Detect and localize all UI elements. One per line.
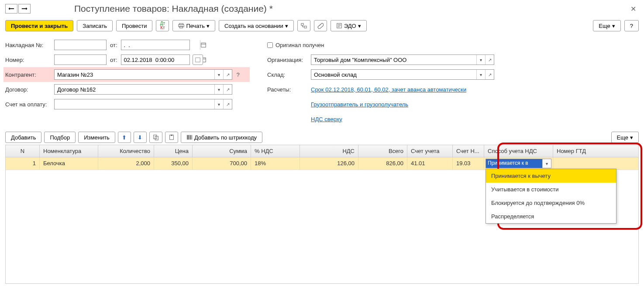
org-open[interactable]: ↗	[485, 55, 494, 65]
calendar-small-icon	[195, 57, 201, 63]
dtkt-button[interactable]: ДтКт	[156, 20, 169, 31]
paperclip-icon	[317, 23, 324, 29]
payacct-input[interactable]	[55, 99, 214, 109]
dropdown-item-1[interactable]: Учитывается в стоимости	[486, 183, 616, 196]
calendar-button-1[interactable]	[200, 40, 207, 50]
payacct-open[interactable]: ↗	[223, 99, 232, 109]
dogovor-input[interactable]	[55, 85, 214, 94]
post-button[interactable]: Провести	[116, 20, 153, 31]
cell-qty[interactable]: 2,000	[98, 157, 154, 170]
dogovor-dropdown[interactable]: ▾	[214, 85, 223, 94]
copy-button[interactable]	[149, 132, 162, 143]
col-nom[interactable]: Номенклатура	[40, 145, 98, 157]
table-row[interactable]: 1 Белочка 2,000 350,00 700,00 18% 126,00…	[6, 157, 638, 170]
invoice-no-label: Накладная №:	[5, 42, 54, 48]
save-button[interactable]: Записать	[77, 20, 113, 31]
create-based-label: Создать на основании	[224, 23, 283, 29]
cell-gtd[interactable]	[553, 157, 627, 170]
cell-vatpct[interactable]: 18%	[251, 157, 300, 170]
edo-button[interactable]: ЭДО ▾	[331, 20, 367, 31]
col-vatpct[interactable]: % НДС	[251, 145, 300, 157]
link-icon	[301, 23, 307, 29]
raschety-link[interactable]: Срок 02.12.2018, 60.01, 60.02, зачет ава…	[311, 86, 466, 93]
col-vat[interactable]: НДС	[300, 145, 358, 157]
cell-price[interactable]: 350,00	[154, 157, 193, 170]
cell-vat[interactable]: 126,00	[300, 157, 358, 170]
nav-back-button[interactable]: 🠔	[5, 4, 17, 14]
table-add-button[interactable]: Добавить	[5, 132, 41, 143]
attachment-button[interactable]	[314, 20, 327, 31]
cell-total[interactable]: 826,00	[358, 157, 407, 170]
col-sum[interactable]: Сумма	[193, 145, 251, 157]
dogovor-label: Договор:	[5, 86, 54, 93]
table-more-button[interactable]: Еще ▾	[611, 132, 639, 143]
kontragent-dropdown[interactable]: ▾	[214, 70, 223, 79]
vat-link[interactable]: НДС сверху	[311, 116, 342, 122]
kontragent-label: Контрагент:	[5, 71, 54, 78]
cell-vatmethod[interactable]: Принимается к в ▾ Принимается к вычету У…	[484, 157, 553, 170]
paste-icon	[169, 134, 175, 140]
cell-sum[interactable]: 700,00	[193, 157, 251, 170]
printer-icon	[178, 23, 184, 29]
create-based-on-button[interactable]: Создать на основании ▾	[219, 20, 294, 31]
calendar-icon	[200, 42, 207, 48]
print-button[interactable]: Печать ▾	[172, 20, 215, 31]
org-label: Организация:	[267, 57, 311, 63]
cell-acctn[interactable]: 19.03	[453, 157, 484, 170]
sklad-open[interactable]: ↗	[485, 70, 494, 79]
col-acct[interactable]: Счет учета	[407, 145, 453, 157]
paste-button[interactable]	[165, 132, 178, 143]
svg-rect-8	[195, 58, 200, 62]
cell-acct[interactable]: 41.01	[407, 157, 453, 170]
dropdown-item-2[interactable]: Блокируется до подтверждения 0%	[486, 196, 616, 210]
edo-icon	[336, 23, 342, 29]
original-received-checkbox[interactable]	[267, 42, 273, 48]
kontragent-open[interactable]: ↗	[223, 70, 232, 79]
col-gtd[interactable]: Номер ГТД	[553, 145, 627, 157]
dropdown-item-3[interactable]: Распределяется	[486, 210, 616, 223]
cell-n: 1	[6, 157, 40, 170]
vatmethod-dropdown-button[interactable]: ▾	[542, 159, 551, 168]
more-button[interactable]: Еще ▾	[593, 20, 620, 31]
table-pick-button[interactable]: Подбор	[44, 132, 76, 143]
svg-rect-12	[171, 135, 172, 136]
link-button[interactable]	[297, 20, 310, 31]
svg-rect-3	[301, 24, 303, 25]
row-down-button[interactable]: ⬇	[134, 132, 147, 143]
dropdown-item-0[interactable]: Принимается к вычету	[486, 169, 616, 183]
vatmethod-selected[interactable]: Принимается к в	[486, 159, 542, 168]
col-qty[interactable]: Количество	[98, 145, 154, 157]
sklad-dropdown[interactable]: ▾	[476, 70, 485, 79]
extra-date-button[interactable]	[193, 54, 203, 65]
shipper-link[interactable]: Грузоотправитель и грузополучатель	[311, 101, 408, 108]
nav-forward-button[interactable]: 🠖	[18, 4, 31, 14]
kontragent-help[interactable]: ?	[234, 69, 242, 80]
kontragent-input[interactable]	[55, 70, 214, 79]
org-dropdown[interactable]: ▾	[476, 55, 485, 65]
col-acctn[interactable]: Счет Н...	[453, 145, 484, 157]
barcode-label: Добавить по штрихкоду	[194, 134, 257, 141]
dogovor-open[interactable]: ↗	[223, 85, 232, 94]
cell-nom[interactable]: Белочка	[40, 157, 98, 170]
payacct-dropdown[interactable]: ▾	[214, 99, 223, 109]
barcode-add-button[interactable]: Добавить по штрихкоду	[181, 132, 262, 143]
table-edit-button[interactable]: Изменить	[78, 132, 115, 143]
row-up-button[interactable]: ⬆	[118, 132, 131, 143]
edo-label: ЭДО	[344, 23, 356, 29]
from-label-2: от:	[110, 57, 117, 63]
post-and-close-button[interactable]: Провести и закрыть	[5, 20, 73, 31]
sklad-input[interactable]	[311, 70, 476, 79]
sklad-label: Склад:	[267, 71, 311, 78]
col-price[interactable]: Цена	[154, 145, 193, 157]
chevron-down-icon: ▾	[207, 23, 210, 29]
help-button[interactable]: ?	[624, 20, 639, 31]
col-total[interactable]: Всего	[358, 145, 407, 157]
col-n[interactable]: N	[6, 145, 40, 157]
doc-date-input[interactable]	[121, 55, 200, 65]
org-input[interactable]	[311, 55, 476, 65]
svg-rect-4	[304, 26, 307, 28]
col-vatmethod[interactable]: Способ учета НДС	[484, 145, 553, 157]
invoice-date-input[interactable]	[121, 40, 200, 50]
close-button[interactable]: ✕	[628, 4, 639, 14]
svg-rect-6	[201, 43, 206, 48]
